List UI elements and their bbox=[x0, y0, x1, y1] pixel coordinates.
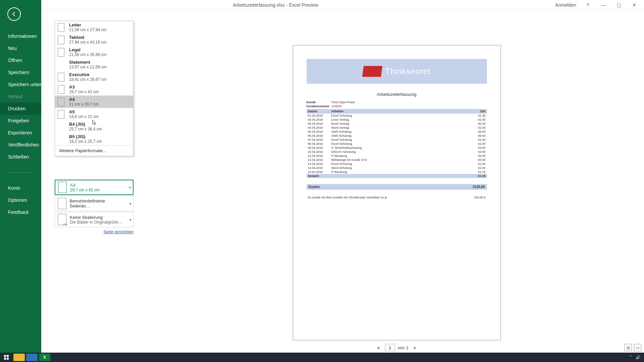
svg-rect-1 bbox=[7, 355, 9, 357]
paper-size-selector[interactable]: A3 29,7 cm x 42 cm ▾ bbox=[55, 180, 133, 195]
sidebar-item-freigeben[interactable]: Freigeben bbox=[0, 115, 41, 127]
paper-option-a5[interactable]: A514,8 cm x 21 cm bbox=[55, 108, 133, 120]
paper-option-letter[interactable]: Letter21,59 cm x 27,94 cm bbox=[55, 21, 133, 34]
table-row: 13.04.2018Excel Schulung01:30 bbox=[307, 162, 487, 166]
sidebar-item-exportieren[interactable]: Exportieren bbox=[0, 127, 41, 139]
paper-name: Executive bbox=[69, 72, 106, 77]
table-row: 05.04.2018AWS Schulung06:00 bbox=[307, 130, 487, 134]
sidebar-item-optionen[interactable]: Optionen bbox=[0, 194, 41, 206]
page-setup-link[interactable]: Seite einrichten bbox=[103, 229, 133, 234]
sidebar-item-informationen[interactable]: Informationen bbox=[0, 30, 41, 42]
paper-option-statement[interactable]: Statement13,97 cm x 21,59 cm bbox=[55, 58, 133, 71]
paper-option-b4-jis-[interactable]: B4 (JIS)25,7 cm x 36,4 cm bbox=[55, 120, 133, 133]
page-icon bbox=[58, 182, 67, 193]
paper-option-legal[interactable]: Legal21,59 cm x 35,56 cm bbox=[55, 46, 133, 58]
paper-option-a4[interactable]: A421 cm x 29,7 cm bbox=[55, 96, 133, 108]
paper-name: Letter bbox=[69, 22, 106, 27]
paper-dim: 29,7 cm x 42 cm bbox=[70, 188, 100, 192]
col-work: Arbeiten bbox=[330, 109, 467, 114]
paper-size-dropdown[interactable]: Letter21,59 cm x 27,94 cmTabloid27,94 cm… bbox=[55, 21, 133, 156]
sidebar-item-schließen[interactable]: Schließen bbox=[0, 151, 41, 163]
kunde-value: First Class Power bbox=[332, 101, 356, 104]
paper-option-tabloid[interactable]: Tabloid27,94 cm x 43,18 cm bbox=[55, 34, 133, 46]
paper-name: B4 (JIS) bbox=[69, 122, 102, 127]
margins-selector[interactable]: Benutzerdefinierte Seiterän… ▾ bbox=[55, 196, 133, 211]
paper-dim: 14,8 cm x 21 cm bbox=[69, 114, 99, 119]
print-settings-panel: A3 29,7 cm x 42 cm ▾ Benutzerdefinierte … bbox=[55, 180, 133, 234]
page-of-label: von 1 bbox=[398, 345, 409, 350]
scaling-selector[interactable]: 100 Keine Skalierung Die Blätter in Orig… bbox=[55, 212, 133, 227]
maximize-button[interactable]: ▢ bbox=[611, 0, 627, 10]
kundennummer-value: 100558 bbox=[332, 105, 342, 108]
table-row: 03.04.2018Excel Vortrag00:30 bbox=[307, 122, 487, 126]
sidebar-item-verlauf: Verlauf bbox=[0, 90, 41, 103]
scaling-icon: 100 bbox=[58, 214, 66, 225]
table-row: 07.04.2018Excel Schulung01:30 bbox=[307, 138, 487, 142]
back-button[interactable] bbox=[7, 7, 21, 21]
page-icon bbox=[58, 85, 64, 94]
cost-label: Kosten bbox=[309, 185, 320, 189]
explorer-taskbar-icon[interactable] bbox=[13, 354, 25, 361]
svg-rect-2 bbox=[4, 358, 6, 360]
titlebar: Arbeitszeiterfassung.xlsx - Excel Previe… bbox=[0, 0, 644, 10]
sign-in-link[interactable]: Anmelden bbox=[551, 2, 580, 8]
excel-taskbar-icon[interactable]: X bbox=[39, 354, 50, 361]
paper-option-executive[interactable]: Executive18,41 cm x 26,67 cm bbox=[55, 71, 133, 83]
sidebar-item-konto[interactable]: Konto bbox=[0, 182, 41, 194]
sidebar-separator bbox=[7, 172, 35, 173]
more-paper-sizes[interactable]: Weitere Papierformate... bbox=[55, 145, 133, 156]
tray-chevron-icon[interactable]: ˄ bbox=[630, 355, 632, 360]
doc-banner: Thinksecret bbox=[307, 59, 487, 84]
close-button[interactable]: ✕ bbox=[627, 0, 642, 10]
tray-volume-icon[interactable]: 🔊 bbox=[636, 355, 641, 360]
page-icon bbox=[58, 60, 64, 69]
help-button[interactable]: ? bbox=[580, 0, 596, 10]
sidebar-item-neu[interactable]: Neu bbox=[0, 42, 41, 54]
start-button[interactable] bbox=[0, 353, 13, 362]
sidebar-item-speichern[interactable]: Speichern bbox=[0, 66, 41, 78]
sidebar-item-feedback[interactable]: Feedback bbox=[0, 206, 41, 218]
prev-page-button[interactable]: ◄ bbox=[374, 345, 382, 350]
paper-name: Legal bbox=[69, 47, 106, 52]
kundennummer-label: Kundennummer bbox=[307, 105, 332, 108]
taskbar: X ˄ 🔊 bbox=[0, 353, 644, 362]
store-taskbar-icon[interactable] bbox=[26, 354, 38, 361]
page-icon bbox=[58, 23, 64, 32]
paper-name: Tabloid bbox=[69, 35, 106, 40]
table-row: 10.04.2018DSGVO Schulung02:00 bbox=[307, 150, 487, 154]
page-number-input[interactable] bbox=[385, 344, 395, 351]
sidebar-item-öffnen[interactable]: Öffnen bbox=[0, 54, 41, 66]
show-margins-button[interactable]: ▥ bbox=[625, 344, 632, 351]
sidebar-item-drucken[interactable]: Drucken bbox=[0, 103, 41, 115]
preview-pager: ◄ von 1 ► ▥ ▭ bbox=[149, 343, 644, 353]
page-icon bbox=[58, 98, 64, 106]
backstage-sidebar: InformationenNeuÖffnenSpeichernSpeichern… bbox=[0, 0, 41, 353]
sidebar-item-speichern-unter[interactable]: Speichern unter bbox=[0, 78, 41, 90]
paper-dim: 13,97 cm x 21,59 cm bbox=[69, 65, 106, 69]
page-icon bbox=[58, 110, 64, 119]
work-table: Datum Arbeiten Zeit 01.04.2018Excel Schu… bbox=[307, 109, 487, 178]
table-row: 15.04.2018IT Beratung01:15 bbox=[307, 170, 487, 174]
scaling-desc: Die Blätter in Originalgröße… bbox=[70, 220, 122, 225]
paper-dim: 27,94 cm x 43,18 cm bbox=[69, 40, 106, 45]
scaling-label: Keine Skalierung bbox=[70, 215, 122, 220]
paper-option-a3[interactable]: A329,7 cm x 42 cm bbox=[55, 83, 133, 96]
minimize-button[interactable]: — bbox=[596, 0, 611, 10]
table-row: 14.04.2018Word Schulung01:00 bbox=[307, 166, 487, 170]
svg-rect-3 bbox=[7, 358, 9, 360]
page-icon bbox=[58, 135, 64, 143]
paper-option-b5-jis-[interactable]: B5 (JIS)18,2 cm x 25,7 cm bbox=[55, 133, 133, 145]
table-row: 01.04.2018Excel Schulung01:30 bbox=[307, 114, 487, 118]
paper-dim: 25,7 cm x 36,4 cm bbox=[69, 127, 102, 131]
margins-icon bbox=[58, 198, 66, 209]
col-time: Zeit bbox=[467, 109, 487, 114]
sidebar-item-veröffentlichen[interactable]: Veröffentlichen bbox=[0, 139, 41, 151]
paper-name: A4 bbox=[69, 97, 99, 102]
print-preview-pane: Thinksecret Arbeitszeiterfassung KundeFi… bbox=[149, 10, 644, 344]
next-page-button[interactable]: ► bbox=[411, 345, 419, 350]
paper-name: B5 (JIS) bbox=[69, 134, 102, 139]
chevron-down-icon: ▾ bbox=[129, 186, 131, 189]
zoom-to-page-button[interactable]: ▭ bbox=[634, 344, 641, 351]
paper-name: Statement bbox=[69, 60, 106, 65]
agreement-text: Es wurde mit dem Kunden ein Stundensatz … bbox=[308, 196, 387, 199]
